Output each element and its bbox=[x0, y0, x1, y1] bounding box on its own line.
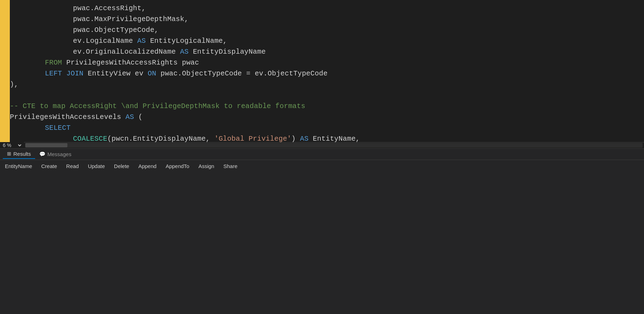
tab-messages[interactable]: 💬 Messages bbox=[35, 150, 75, 159]
code-line: pwac.ObjectTypeCode, bbox=[10, 25, 644, 35]
tabs-bar: ⊞ Results 💬 Messages bbox=[0, 148, 644, 160]
keyword-select: SELECT bbox=[45, 122, 71, 133]
results-grid-bar: EntityName Create Read Update Delete App… bbox=[0, 160, 644, 172]
col-delete[interactable]: Delete bbox=[111, 161, 135, 171]
col-assign[interactable]: Assign bbox=[195, 161, 220, 171]
code-line: PrivilegesWithAccessLevels AS ( bbox=[10, 112, 644, 122]
zoom-control[interactable]: 6 % 25 % 50 % 75 % 100 % bbox=[0, 142, 24, 148]
col-read[interactable]: Read bbox=[64, 161, 85, 171]
code-comment: -- CTE to map AccessRight \and Privilege… bbox=[10, 101, 305, 112]
code-line: ), bbox=[10, 79, 644, 90]
keyword-coalesce: COALESCE bbox=[73, 133, 107, 142]
code-token: ev.OriginalLocalizedName bbox=[73, 46, 180, 57]
col-append[interactable]: Append bbox=[135, 161, 163, 171]
code-line: -- CTE to map AccessRight \and Privilege… bbox=[10, 101, 644, 112]
code-line: ev.OriginalLocalizedName AS EntityDispla… bbox=[10, 46, 644, 57]
code-line: COALESCE(pwcn.EntityDisplayName, 'Global… bbox=[10, 133, 644, 142]
code-token: ), bbox=[10, 79, 18, 90]
empty-results-area bbox=[0, 172, 644, 314]
keyword-as: AS bbox=[125, 112, 134, 122]
left-gutter bbox=[0, 0, 10, 142]
code-line: pwac.MaxPrivilegeDepthMask, bbox=[10, 14, 644, 25]
messages-icon: 💬 bbox=[39, 151, 45, 157]
scrollbar-thumb bbox=[25, 143, 67, 147]
code-token: pwac.ObjectTypeCode, bbox=[73, 25, 159, 35]
code-editor: pwac.AccessRight, pwac.MaxPrivilegeDepth… bbox=[0, 0, 644, 142]
code-token: EntityDisplayName bbox=[188, 46, 266, 57]
tab-results-label: Results bbox=[13, 151, 31, 157]
code-token: ev.LogicalName bbox=[73, 35, 137, 46]
code-token: pwac.AccessRight, bbox=[73, 3, 146, 14]
keyword-as: AS bbox=[300, 133, 308, 142]
col-share[interactable]: Share bbox=[220, 161, 244, 171]
horizontal-scrollbar[interactable] bbox=[25, 143, 643, 148]
keyword-from: FROM bbox=[45, 57, 62, 68]
code-token: EntityView ev bbox=[84, 68, 148, 79]
code-token: PrivilegesWithAccessLevels bbox=[10, 112, 125, 122]
results-icon: ⊞ bbox=[7, 151, 11, 156]
zoom-select[interactable]: 6 % 25 % 50 % 75 % 100 % bbox=[1, 142, 22, 148]
code-token: ) bbox=[291, 133, 300, 142]
keyword-as: AS bbox=[137, 35, 146, 46]
code-line: pwac.AccessRight, bbox=[10, 3, 644, 14]
code-token: pwac.MaxPrivilegeDepthMask, bbox=[73, 14, 188, 25]
scrollbar-area[interactable]: 6 % 25 % 50 % 75 % 100 % bbox=[0, 142, 644, 148]
string-literal: 'Global Privilege' bbox=[214, 133, 292, 142]
tab-messages-label: Messages bbox=[47, 151, 71, 157]
keyword-left: LEFT JOIN bbox=[45, 68, 84, 79]
keyword-on: ON bbox=[148, 68, 156, 79]
code-token: (pwcn.EntityDisplayName, bbox=[107, 133, 214, 142]
col-appendto[interactable]: AppendTo bbox=[163, 161, 196, 171]
col-create[interactable]: Create bbox=[39, 161, 64, 171]
col-entityname[interactable]: EntityName bbox=[0, 161, 39, 171]
code-token: ( bbox=[134, 112, 142, 122]
code-content: pwac.AccessRight, pwac.MaxPrivilegeDepth… bbox=[10, 0, 644, 142]
code-line: FROM PrivilegesWithAccessRights pwac bbox=[10, 57, 644, 68]
code-token: PrivilegesWithAccessRights pwac bbox=[62, 57, 199, 68]
tab-results[interactable]: ⊞ Results bbox=[3, 149, 35, 159]
code-line bbox=[10, 90, 644, 101]
code-token: EntityName, bbox=[308, 133, 360, 142]
code-line: LEFT JOIN EntityView ev ON pwac.ObjectTy… bbox=[10, 68, 644, 79]
col-update[interactable]: Update bbox=[85, 161, 111, 171]
code-line: ev.LogicalName AS EntityLogicalName, bbox=[10, 35, 644, 46]
code-line: SELECT bbox=[10, 122, 644, 133]
code-token: pwac.ObjectTypeCode = ev.ObjectTypeCode bbox=[156, 68, 327, 79]
code-token: EntityLogicalName, bbox=[146, 35, 227, 46]
keyword-as: AS bbox=[180, 46, 188, 57]
